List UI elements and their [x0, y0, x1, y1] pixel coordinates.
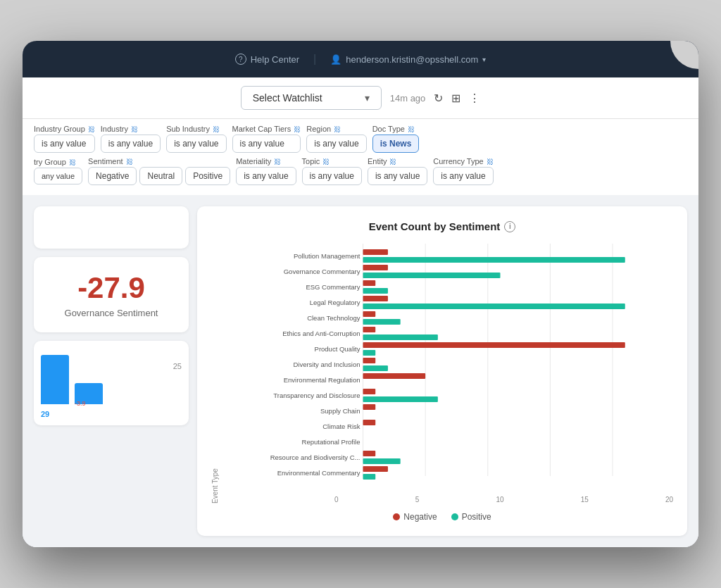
- filter-pill-positive[interactable]: Positive: [185, 167, 230, 185]
- link-icon-industry: ⛓: [131, 125, 138, 133]
- svg-rect-30: [363, 373, 426, 379]
- filter-label-sub-industry: Sub Industry ⛓: [166, 125, 226, 133]
- filter-label-currency: Currency Type ⛓: [433, 157, 493, 165]
- svg-rect-15: [363, 296, 388, 301]
- filter-pill-negative[interactable]: Negative: [88, 167, 137, 185]
- mini-label-29: 29: [41, 410, 49, 418]
- filter-label-sentiment: Sentiment ⛓: [88, 157, 230, 165]
- filter-pill-neutral[interactable]: Neutral: [139, 167, 182, 185]
- filter-label-industry-group2: try Group ⛓: [34, 158, 82, 166]
- filter-label-doc-type: Doc Type ⛓: [372, 125, 420, 133]
- refresh-icon[interactable]: ↻: [434, 92, 443, 105]
- svg-rect-12: [363, 280, 376, 286]
- watchlist-dropdown[interactable]: Select Watchlist ▾: [241, 86, 382, 110]
- link-icon-region: ⛓: [334, 125, 341, 133]
- user-menu[interactable]: 👤 henderson.kristin@opsshell.com ▾: [330, 54, 486, 65]
- svg-text:Climate Risk: Climate Risk: [322, 423, 360, 430]
- legend-dot-positive: [451, 513, 458, 520]
- top-nav: ? Help Center | 👤 henderson.kristin@opss…: [23, 41, 698, 77]
- svg-rect-10: [363, 273, 501, 278]
- svg-rect-19: [363, 319, 401, 325]
- filter-pill-industry-group[interactable]: is any value: [34, 135, 95, 153]
- filter-pill-industry[interactable]: is any value: [101, 135, 161, 153]
- svg-text:Environmental Commentary: Environmental Commentary: [277, 469, 360, 477]
- filter-section-1: Industry Group ⛓ is any value Industry ⛓…: [23, 119, 698, 195]
- filter-pill-topic[interactable]: is any value: [302, 167, 362, 185]
- help-center-link[interactable]: ? Help Center: [235, 54, 299, 65]
- legend-negative-label: Negative: [403, 512, 437, 522]
- filter-group-region: Region ⛓ is any value: [306, 125, 366, 153]
- filter-pill-sub-industry[interactable]: is any value: [166, 135, 226, 153]
- svg-rect-27: [363, 358, 376, 363]
- link-icon-currency: ⛓: [487, 158, 494, 165]
- sentiment-value: -27.9: [48, 271, 175, 305]
- link-icon-industry-group: ⛓: [88, 125, 95, 133]
- filter-pill-materiality[interactable]: is any value: [236, 167, 296, 185]
- filter-label-region: Region ⛓: [306, 125, 366, 133]
- filter-pill-currency[interactable]: is any value: [433, 167, 493, 185]
- filter-pill-ig2[interactable]: any value: [34, 168, 82, 184]
- toolbar-actions: ↻ ⊞ ⋮: [434, 92, 480, 105]
- svg-text:ESG Commentary: ESG Commentary: [306, 283, 360, 291]
- mini-bar-chart: 29 9 -3.9 25: [34, 341, 189, 425]
- svg-rect-22: [363, 334, 438, 340]
- filter-label-market-cap: Market Cap Tiers ⛓: [232, 125, 301, 133]
- user-chevron-icon: ▾: [482, 56, 486, 63]
- svg-rect-24: [363, 342, 625, 348]
- chart-info-icon[interactable]: i: [504, 221, 515, 232]
- svg-text:Ethics and Anti-Corruption: Ethics and Anti-Corruption: [282, 330, 360, 337]
- nav-divider: |: [313, 53, 316, 65]
- filter-label-industry: Industry ⛓: [101, 125, 161, 133]
- filter-group-industry: Industry ⛓ is any value: [101, 125, 161, 153]
- filter-group-materiality: Materiality ⛓ is any value: [236, 157, 296, 185]
- link-icon-sentiment: ⛓: [126, 158, 133, 165]
- help-label: Help Center: [251, 54, 299, 65]
- svg-rect-21: [363, 327, 376, 332]
- main-content: Select Watchlist ▾ 14m ago ↻ ⊞ ⋮ Industr…: [23, 77, 698, 547]
- legend-negative: Negative: [393, 512, 437, 522]
- svg-text:Transparency and Disclosure: Transparency and Disclosure: [273, 392, 360, 399]
- svg-rect-40: [363, 451, 376, 456]
- filter-pill-market-cap[interactable]: is any value: [232, 135, 301, 153]
- svg-text:Supply Chain: Supply Chain: [320, 407, 360, 415]
- user-icon: 👤: [330, 54, 341, 65]
- mini-label-9: 9: [75, 389, 79, 397]
- filter-pill-doc-type[interactable]: is News: [372, 135, 420, 153]
- svg-text:Diversity and Inclusion: Diversity and Inclusion: [293, 361, 360, 368]
- filter-row-2: try Group ⛓ any value Sentiment ⛓ Negati…: [34, 157, 687, 185]
- filter-group-industry-group: Industry Group ⛓ is any value: [34, 125, 95, 153]
- svg-rect-9: [363, 265, 388, 270]
- filter-group-entity: Entity ⛓ is any value: [368, 157, 427, 185]
- svg-rect-6: [363, 249, 388, 255]
- svg-text:Pollution Management: Pollution Management: [294, 252, 360, 260]
- link-icon-sub-industry: ⛓: [213, 125, 220, 133]
- svg-text:Governance Commentary: Governance Commentary: [284, 268, 360, 275]
- filter-icon[interactable]: ⊞: [451, 92, 460, 105]
- user-email: henderson.kristin@opsshell.com: [346, 54, 478, 65]
- legend-dot-negative: [393, 513, 400, 520]
- filter-pill-entity[interactable]: is any value: [368, 167, 427, 185]
- filter-group-topic: Topic ⛓ is any value: [302, 157, 362, 185]
- chart-svg: Pollution ManagementGovernance Commentar…: [222, 244, 673, 490]
- link-icon-materiality: ⛓: [274, 158, 281, 165]
- left-panel: -27.9 Governance Sentiment 29 9 -3.9 25: [34, 206, 189, 536]
- link-icon-market-cap: ⛓: [294, 125, 301, 133]
- charts-area: -27.9 Governance Sentiment 29 9 -3.9 25: [23, 195, 698, 547]
- y-axis-label: Event Type: [211, 244, 219, 503]
- svg-rect-41: [363, 458, 401, 464]
- more-icon[interactable]: ⋮: [469, 92, 480, 105]
- svg-rect-25: [363, 350, 376, 356]
- filter-row-1: Industry Group ⛓ is any value Industry ⛓…: [34, 125, 687, 153]
- x-axis: 0 5 10 15 20: [222, 496, 673, 503]
- top-card-blank: [34, 206, 189, 249]
- chart-content: Event Type Pollution ManagementGovernanc…: [211, 244, 673, 503]
- mini-x-label: 25: [173, 362, 182, 370]
- watchlist-label: Select Watchlist: [253, 92, 322, 104]
- filter-label-materiality: Materiality ⛓: [236, 157, 296, 165]
- filter-label-entity: Entity ⛓: [368, 157, 427, 165]
- svg-text:Clean Technology: Clean Technology: [307, 314, 360, 322]
- watchlist-chevron-icon: ▾: [365, 92, 370, 104]
- filter-label-topic: Topic ⛓: [302, 157, 362, 165]
- link-icon2: ⛓: [69, 158, 76, 166]
- filter-pill-region[interactable]: is any value: [306, 135, 366, 153]
